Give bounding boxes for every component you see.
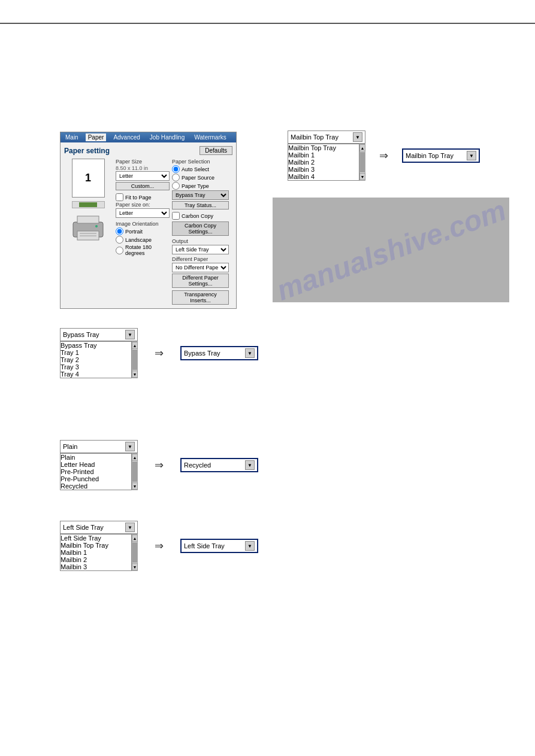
different-paper-settings-button[interactable]: Different Paper Settings... — [172, 274, 229, 288]
mailbin-scroll-up[interactable]: ▲ — [359, 144, 365, 151]
bypass-item-0[interactable]: Bypass Tray — [61, 342, 131, 349]
portrait-radio[interactable] — [116, 227, 123, 235]
paper-type-radio[interactable] — [172, 182, 180, 190]
lefttray-result-arrow[interactable]: ▼ — [245, 541, 255, 551]
landscape-label: Landscape — [125, 237, 152, 243]
different-paper-select[interactable]: No Different Paper — [172, 263, 229, 272]
preview-number: 1 — [85, 172, 91, 184]
bypass-tray-select[interactable]: Bypass Tray — [172, 190, 229, 200]
carbon-copy-settings-button[interactable]: Carbon Copy Settings... — [172, 221, 229, 236]
preview-area: 1 — [64, 159, 112, 305]
mailbin-top-dropdown[interactable]: Mailbin Top Tray ▼ — [288, 130, 365, 144]
papertype-result-arrow[interactable]: ▼ — [245, 460, 255, 470]
bypass-arrow-icon: ⇒ — [155, 347, 164, 360]
mailbin-list-items: Mailbin Top Tray Mailbin 1 Mailbin 2 Mai… — [288, 144, 359, 181]
bypass-dropdown-arrow[interactable]: ▼ — [125, 330, 135, 339]
mailbin-item-4[interactable]: Mailbin 4 — [288, 173, 359, 180]
bypass-item-1[interactable]: Tray 1 — [61, 349, 131, 356]
lefttray-list: Left Side Tray Mailbin Top Tray Mailbin … — [60, 534, 138, 571]
bypass-scroll-up[interactable]: ▲ — [132, 342, 138, 349]
svg-rect-1 — [77, 216, 99, 223]
dialog-titlebar: Main Paper Advanced Job Handling Waterma… — [61, 132, 236, 142]
bypass-item-3[interactable]: Tray 3 — [61, 363, 131, 371]
mailbin-result-arrow[interactable]: ▼ — [467, 151, 476, 160]
lefttray-section: Left Side Tray ▼ Left Side Tray Mailbin … — [60, 521, 258, 571]
paper-size-select[interactable]: Letter — [116, 171, 170, 181]
tab-paper[interactable]: Paper — [86, 133, 107, 141]
lefttray-result-dropdown[interactable]: Left Side Tray ▼ — [180, 539, 258, 553]
tray-status-button[interactable]: Tray Status... — [172, 201, 229, 210]
dialog-body: Paper setting Defaults 1 — [61, 142, 236, 308]
mailbin-item-0[interactable]: Mailbin Top Tray — [288, 144, 359, 151]
tab-advanced[interactable]: Advanced — [111, 133, 142, 141]
mailbin-item-3[interactable]: Mailbin 3 — [288, 166, 359, 173]
paper-setting-dialog: Main Paper Advanced Job Handling Waterma… — [60, 132, 237, 309]
transparency-button[interactable]: Transparency Inserts... — [172, 290, 229, 305]
papertype-list-items: Plain Letter Head Pre-Printed Pre-Punche… — [60, 453, 132, 490]
bypass-result-dropdown[interactable]: Bypass Tray ▼ — [180, 346, 258, 360]
papertype-scroll-up[interactable]: ▲ — [132, 454, 138, 461]
lefttray-item-2[interactable]: Mailbin 1 — [61, 549, 131, 556]
bypass-scrollbar[interactable]: ▲ ▼ — [132, 341, 138, 378]
dialog-header: Paper setting Defaults — [64, 146, 232, 155]
papertype-item-3[interactable]: Pre-Punched — [61, 475, 131, 482]
lefttray-dropdown-arrow[interactable]: ▼ — [125, 523, 135, 532]
lefttray-scroll-up[interactable]: ▲ — [132, 535, 138, 542]
papertype-top-dropdown[interactable]: Plain ▼ — [60, 440, 138, 453]
lefttray-item-3[interactable]: Mailbin 2 — [61, 556, 131, 563]
carbon-copy-checkbox[interactable] — [172, 212, 180, 220]
papertype-scroll-thumb — [132, 462, 137, 482]
lefttray-dropdown-group: Left Side Tray ▼ Left Side Tray Mailbin … — [60, 521, 138, 571]
tab-watermarks[interactable]: Watermarks — [192, 133, 229, 141]
bypass-top-dropdown[interactable]: Bypass Tray ▼ — [60, 328, 138, 341]
paper-setting-title: Paper setting — [64, 147, 110, 155]
output-select[interactable]: Left Side Tray — [172, 245, 229, 254]
papertype-dropdown-arrow[interactable]: ▼ — [125, 442, 135, 451]
bypass-list: Bypass Tray Tray 1 Tray 2 Tray 3 Tray 4 … — [60, 341, 138, 378]
custom-button[interactable]: Custom... — [116, 182, 170, 190]
mailbin-scroll-thumb — [360, 152, 365, 172]
tab-job-handling[interactable]: Job Handling — [147, 133, 187, 141]
papertype-scroll-down[interactable]: ▼ — [132, 482, 138, 490]
bypass-dropdown-group: Bypass Tray ▼ Bypass Tray Tray 1 Tray 2 … — [60, 328, 138, 378]
mailbin-item-2[interactable]: Mailbin 2 — [288, 159, 359, 166]
lefttray-scrollbar[interactable]: ▲ ▼ — [132, 534, 138, 571]
printer-icon — [70, 213, 106, 244]
papertype-item-4[interactable]: Recycled — [61, 482, 131, 490]
mailbin-dropdown-arrow[interactable]: ▼ — [353, 132, 362, 142]
papertype-result-value: Recycled — [184, 462, 211, 469]
orientation-group: Image Orientation Portrait Landscape Rot… — [116, 221, 170, 256]
defaults-button[interactable]: Defaults — [200, 146, 232, 155]
bypass-item-4[interactable]: Tray 4 — [61, 371, 131, 378]
rotate-radio[interactable] — [116, 247, 123, 254]
papertype-scrollbar[interactable]: ▲ ▼ — [132, 453, 138, 490]
mailbin-scrollbar[interactable]: ▲ ▼ — [359, 144, 365, 181]
papertype-item-0[interactable]: Plain — [61, 454, 131, 461]
lefttray-item-0[interactable]: Left Side Tray — [61, 535, 131, 542]
tab-main[interactable]: Main — [63, 133, 81, 141]
lefttray-scroll-thumb — [132, 542, 137, 563]
mailbin-result-value: Mailbin Top Tray — [406, 152, 454, 159]
rotate-row: Rotate 180 degrees — [116, 244, 170, 256]
bypass-result-arrow[interactable]: ▼ — [245, 348, 255, 358]
papertype-item-2[interactable]: Pre-Printed — [61, 468, 131, 475]
paper-type-row: Paper Type — [172, 182, 229, 190]
bypass-scroll-down[interactable]: ▼ — [132, 371, 138, 378]
lefttray-scroll-down[interactable]: ▼ — [132, 563, 138, 570]
mailbin-scroll-down[interactable]: ▼ — [359, 173, 365, 180]
auto-select-radio[interactable] — [172, 165, 180, 173]
paper-size-on-label: Paper size on: — [116, 202, 170, 208]
mailbin-item-1[interactable]: Mailbin 1 — [288, 151, 359, 159]
bypass-item-2[interactable]: Tray 2 — [61, 356, 131, 363]
papertype-item-1[interactable]: Letter Head — [61, 461, 131, 468]
lefttray-top-dropdown[interactable]: Left Side Tray ▼ — [60, 521, 138, 534]
fit-to-page-checkbox[interactable] — [116, 193, 123, 201]
paper-source-radio[interactable] — [172, 174, 180, 181]
fit-paper-size-select[interactable]: Letter — [116, 208, 170, 218]
mailbin-result-dropdown[interactable]: Mailbin Top Tray ▼ — [402, 148, 480, 163]
lefttray-item-1[interactable]: Mailbin Top Tray — [61, 542, 131, 549]
landscape-radio[interactable] — [116, 236, 123, 244]
papertype-result-dropdown[interactable]: Recycled ▼ — [180, 458, 258, 472]
lefttray-dropdown-value: Left Side Tray — [63, 524, 104, 531]
lefttray-item-4[interactable]: Mailbin 3 — [61, 563, 131, 570]
